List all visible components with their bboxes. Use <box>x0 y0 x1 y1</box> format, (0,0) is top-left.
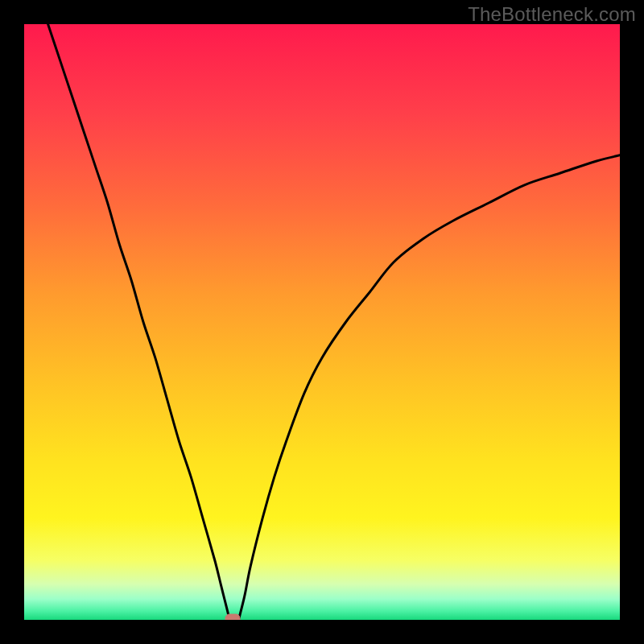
chart-frame: TheBottleneck.com <box>0 0 644 644</box>
watermark-text: TheBottleneck.com <box>468 3 636 26</box>
gradient-background <box>24 24 620 620</box>
plot-svg <box>24 24 620 620</box>
minimum-marker <box>225 614 240 620</box>
plot-area <box>24 24 620 620</box>
